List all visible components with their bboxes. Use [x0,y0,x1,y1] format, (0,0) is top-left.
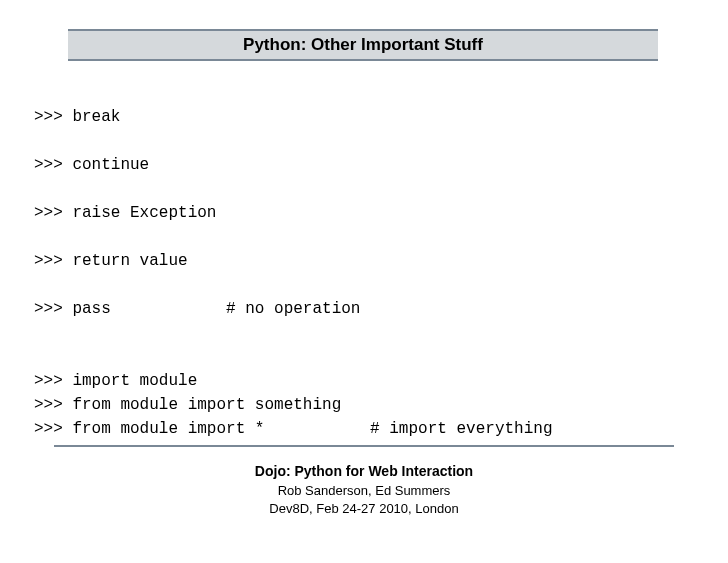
code-line: >>> pass # no operation [34,297,552,321]
slide-title: Python: Other Important Stuff [243,35,483,55]
code-line: >>> from module import something [34,393,552,417]
code-line: >>> import module [34,369,552,393]
code-line [34,345,552,369]
slide-footer: python powered cc Dojo: Python for Web I… [0,455,728,535]
slide-title-bar: Python: Other Important Stuff [68,29,658,61]
code-line [34,177,552,201]
footer-event: Dev8D, Feb 24-27 2010, London [0,501,728,516]
code-line [34,273,552,297]
code-line: >>> break [34,105,552,129]
footer-title: Dojo: Python for Web Interaction [0,463,728,479]
code-line: >>> from module import * # import everyt… [34,417,552,441]
code-line [34,129,552,153]
code-line: >>> return value [34,249,552,273]
code-line [34,321,552,345]
code-line: >>> continue [34,153,552,177]
code-block: >>> break >>> continue >>> raise Excepti… [34,105,552,441]
footer-divider [54,445,674,447]
code-line: >>> raise Exception [34,201,552,225]
code-line [34,225,552,249]
footer-authors: Rob Sanderson, Ed Summers [0,483,728,498]
